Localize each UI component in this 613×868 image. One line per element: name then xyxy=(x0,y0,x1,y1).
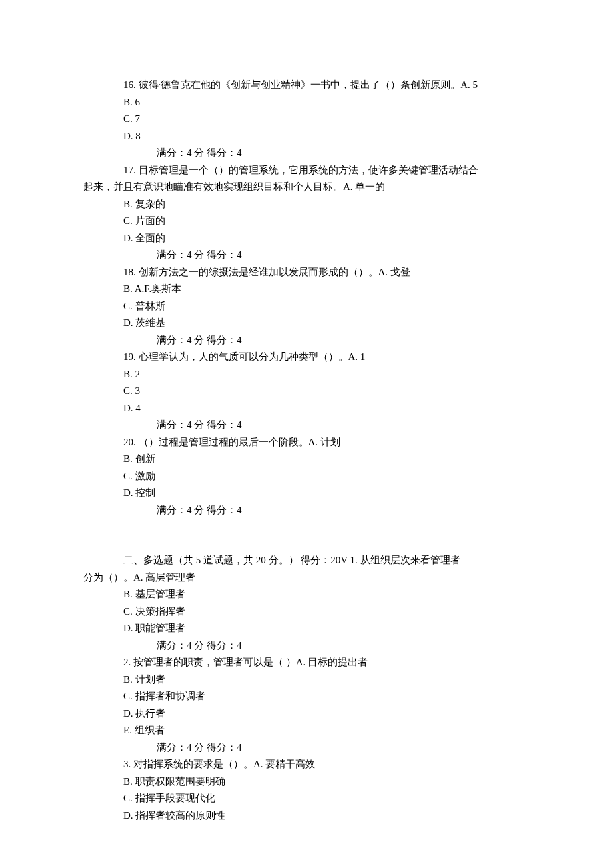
m2-option-b: B. 计划者 xyxy=(83,671,530,689)
m3-option-d: D. 指挥者较高的原则性 xyxy=(83,807,530,825)
q17-stem-2: 起来，并且有意识地瞄准有效地实现组织目标和个人目标。A. 单一的 xyxy=(83,179,530,196)
q20-score: 满分：4 分 得分：4 xyxy=(83,502,530,519)
q16-option-d: D. 8 xyxy=(83,128,530,145)
q18-score: 满分：4 分 得分：4 xyxy=(83,332,530,349)
q17-stem-1: 17. 目标管理是一个（）的管理系统，它用系统的方法，使许多关键管理活动结合 xyxy=(83,162,530,179)
q19-stem: 19. 心理学认为，人的气质可以分为几种类型（）。A. 1 xyxy=(83,349,530,366)
section-gap xyxy=(83,535,530,552)
q17-score: 满分：4 分 得分：4 xyxy=(83,247,530,264)
m1-option-b: B. 基层管理者 xyxy=(83,586,530,603)
q16-option-b: B. 6 xyxy=(83,94,530,111)
section2-header-2: 分为（）。A. 高层管理者 xyxy=(83,569,530,587)
m3-option-c: C. 指挥手段要现代化 xyxy=(83,790,530,807)
m2-stem: 2. 按管理者的职责，管理者可以是（ ）A. 目标的提出者 xyxy=(83,654,530,671)
m1-option-d: D. 职能管理者 xyxy=(83,620,530,637)
q20-stem: 20. （）过程是管理过程的最后一个阶段。A. 计划 xyxy=(83,434,530,451)
q16-score: 满分：4 分 得分：4 xyxy=(83,145,530,162)
q17-option-b: B. 复杂的 xyxy=(83,196,530,213)
document-page: 16. 彼得·德鲁克在他的《创新与创业精神》一书中，提出了（）条创新原则。A. … xyxy=(0,0,613,864)
q18-option-b: B. A.F.奥斯本 xyxy=(83,281,530,298)
m3-option-b: B. 职责权限范围要明确 xyxy=(83,773,530,791)
q17-option-c: C. 片面的 xyxy=(83,213,530,230)
q19-option-b: B. 2 xyxy=(83,366,530,383)
q18-stem: 18. 创新方法之一的综摄法是经谁加以发展而形成的（）。A. 戈登 xyxy=(83,264,530,281)
section-gap xyxy=(83,519,530,535)
m3-stem: 3. 对指挥系统的要求是（）。A. 要精干高效 xyxy=(83,756,530,773)
section2-header-1: 二、多选题（共 5 道试题，共 20 分。） 得分：20V 1. 从组织层次来看… xyxy=(83,552,530,569)
q19-option-d: D. 4 xyxy=(83,400,530,417)
m1-score: 满分：4 分 得分：4 xyxy=(83,637,530,655)
m2-option-c: C. 指挥者和协调者 xyxy=(83,688,530,705)
q18-option-c: C. 普林斯 xyxy=(83,298,530,315)
q16-option-c: C. 7 xyxy=(83,111,530,128)
m2-option-d: D. 执行者 xyxy=(83,705,530,723)
q18-option-d: D. 茨维基 xyxy=(83,315,530,332)
q19-score: 满分：4 分 得分：4 xyxy=(83,417,530,434)
m2-score: 满分：4 分 得分：4 xyxy=(83,739,530,757)
q16-stem: 16. 彼得·德鲁克在他的《创新与创业精神》一书中，提出了（）条创新原则。A. … xyxy=(83,77,530,94)
q20-option-d: D. 控制 xyxy=(83,485,530,502)
q17-option-d: D. 全面的 xyxy=(83,230,530,247)
m2-option-e: E. 组织者 xyxy=(83,722,530,739)
q20-option-c: C. 激励 xyxy=(83,468,530,485)
m1-option-c: C. 决策指挥者 xyxy=(83,603,530,621)
q19-option-c: C. 3 xyxy=(83,383,530,400)
q20-option-b: B. 创新 xyxy=(83,451,530,468)
